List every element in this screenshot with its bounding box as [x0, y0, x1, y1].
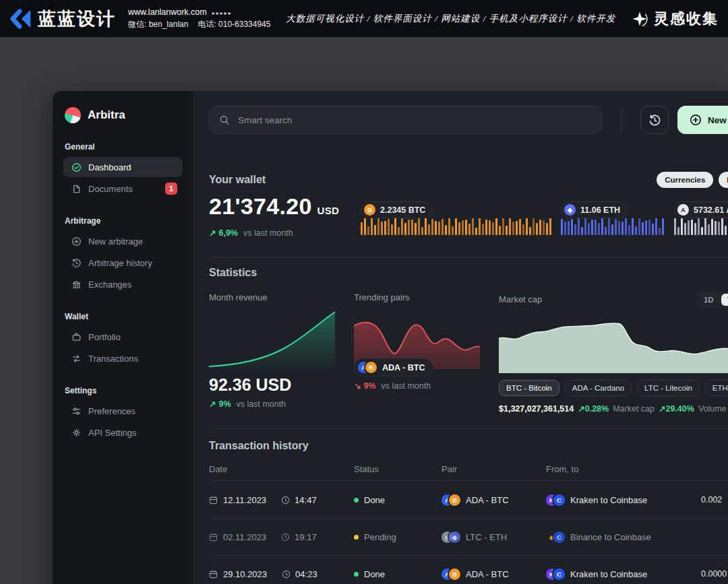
wallet-section: Your wallet Currencies E 21'374.20USD ↗ … — [209, 172, 728, 238]
app-logo: Arbitra — [65, 107, 183, 123]
coinbase-icon: C — [553, 494, 565, 506]
new-arbitrage-button[interactable]: New a — [677, 106, 728, 134]
services-list: 大数据可视化设计 / 软件界面设计 / 网站建设 / 手机及小程序设计 / 软件… — [278, 13, 623, 25]
topbar: New a — [209, 106, 728, 134]
dashboard-icon — [71, 162, 82, 172]
btc-icon: B — [449, 494, 460, 506]
eth-chip: ◆ 11.06 ETH — [561, 201, 628, 218]
up-arrow-icon: ↗ — [209, 399, 216, 409]
sparkle-icon — [631, 10, 648, 28]
tools-icon — [71, 428, 82, 438]
market-cap-chart — [499, 314, 728, 373]
arrows-decoration: ▸▸▸▸▸ — [212, 10, 233, 16]
clock-icon — [281, 533, 290, 542]
table-row[interactable]: 12.11.2023 14:47 Done A B — [209, 481, 728, 518]
search-icon — [219, 115, 230, 125]
phone-info: 电话: 010-63334945 — [198, 19, 270, 30]
website-link[interactable]: www.lanlanwork.com — [128, 7, 207, 17]
coinbase-icon: C — [553, 569, 565, 580]
table-row[interactable]: 02.11.2023 19:17 Pending Ł ◆ — [209, 518, 728, 555]
ada-holding: A 5732.61 ADA — [674, 193, 728, 235]
exchanges-button[interactable]: E — [719, 172, 728, 188]
documents-badge: 1 — [165, 183, 177, 195]
eth-holding: ◆ 11.06 ETH — [561, 193, 667, 235]
table-header: Date Status Pair From, to — [209, 464, 728, 481]
btc-holding: B 2.2345 BTC — [361, 193, 554, 235]
status-label: Done — [364, 569, 385, 579]
eth-sparkline — [561, 218, 667, 235]
sidebar: Arbitra General Dashboard Documents 1 Ar… — [53, 91, 193, 584]
up-arrow-icon: ↗ — [659, 404, 665, 414]
market-coin-filters: BTC - Bitcoin ADA - Cardano LTC - Liteco… — [499, 380, 728, 396]
filter-ltc[interactable]: LTC - Litecoin — [637, 380, 700, 396]
sidebar-item-preferences[interactable]: Preferences — [63, 401, 183, 421]
wechat-info: 微信: ben_lanlan — [128, 19, 188, 30]
range-7d[interactable]: 7D — [721, 294, 728, 306]
currencies-button[interactable]: Currencies — [657, 172, 713, 188]
month-revenue-value: 92.36 USD — [209, 375, 335, 395]
wallet-amount: 21'374.20 — [209, 193, 312, 219]
up-arrow-icon: ↗ — [578, 404, 584, 414]
plus-circle-icon — [690, 114, 702, 126]
transaction-history-title: Transaction history — [209, 440, 728, 452]
market-cap-value: $1,327,027,361,514 — [499, 404, 574, 414]
sidebar-item-documents[interactable]: Documents 1 — [63, 179, 183, 199]
coinbase-icon: C — [553, 531, 565, 543]
table-row[interactable]: 29.10.2023 04:23 Done A B — [209, 555, 728, 584]
range-switcher: 1D 7D 1M — [696, 292, 728, 308]
search-box[interactable] — [209, 106, 602, 134]
status-label: Done — [364, 495, 385, 505]
nav-section-wallet: Wallet — [65, 312, 183, 321]
btc-sparkline — [361, 218, 554, 235]
search-input[interactable] — [237, 115, 592, 126]
btc-icon: B — [364, 204, 375, 216]
ada-sparkline — [674, 218, 728, 235]
collection-link[interactable]: 灵感收集 — [631, 9, 719, 29]
nav-section-arbitrage: Arbitrage — [65, 216, 183, 226]
document-icon — [71, 184, 82, 194]
filter-eth[interactable]: ETH - Ethereu — [705, 380, 728, 396]
status-dot — [354, 498, 359, 502]
eth-icon: ◆ — [449, 531, 460, 543]
status-dot — [354, 535, 359, 540]
market-cap-stats: $1,327,027,361,514 ↗0.28% Market cap ↗29… — [499, 403, 728, 414]
topbar-divider — [621, 108, 621, 132]
month-revenue-card: Month revenue 92.36 USD — [209, 292, 335, 414]
calendar-icon — [209, 496, 218, 505]
sidebar-item-api-settings[interactable]: API Settings — [63, 422, 183, 443]
sliders-icon — [71, 406, 82, 416]
transaction-history-section: Transaction history Date Status Pair Fro… — [209, 428, 728, 584]
clock-icon — [281, 496, 290, 505]
transfer-arrows-icon — [71, 354, 82, 364]
filter-btc[interactable]: BTC - Bitcoin — [499, 380, 559, 396]
ada-chip: A 5732.61 ADA — [674, 201, 728, 218]
arbitra-app: Arbitra General Dashboard Documents 1 Ar… — [53, 91, 728, 584]
app-name: Arbitra — [88, 108, 125, 122]
month-revenue-chart — [209, 310, 335, 369]
main-content: New a Your wallet Currencies E 21'374.20… — [193, 91, 728, 584]
wallet-balance: 21'374.20USD ↗ 6,9% vs last month — [209, 193, 354, 238]
btc-icon: B — [449, 569, 460, 580]
history-icon — [71, 258, 82, 268]
amount-cell: 0.0000 — [701, 569, 728, 579]
sidebar-item-transactions[interactable]: Transactions — [63, 348, 183, 368]
sidebar-item-arbitrage-history[interactable]: Arbitrage history — [63, 253, 183, 273]
sidebar-item-portfolio[interactable]: Portfolio — [63, 327, 183, 347]
sidebar-item-dashboard[interactable]: Dashboard — [63, 157, 183, 177]
trending-change: ↘ 9% vs last month — [354, 381, 480, 391]
wallet-currency: USD — [317, 205, 340, 216]
range-1d[interactable]: 1D — [698, 294, 720, 306]
sidebar-item-exchanges[interactable]: Exchanges — [63, 274, 183, 294]
history-button[interactable] — [640, 106, 669, 134]
wallet-title: Your wallet — [209, 174, 266, 186]
calendar-icon — [209, 570, 218, 579]
market-cap-card: Market cap 1D 7D 1M BTC - — [499, 292, 728, 414]
btc-icon: B — [365, 362, 377, 373]
page: 蓝蓝设计 www.lanlanwork.com▸▸▸▸▸ 微信: ben_lan… — [0, 0, 728, 584]
month-revenue-change: ↗ 9% vs last month — [209, 399, 335, 409]
filter-ada[interactable]: ADA - Cardano — [565, 380, 632, 396]
top-banner: 蓝蓝设计 www.lanlanwork.com▸▸▸▸▸ 微信: ben_lan… — [0, 0, 728, 37]
trending-pairs-card: Trending pairs — [354, 292, 480, 414]
sidebar-item-new-arbitrage[interactable]: New arbitrage — [63, 231, 183, 251]
clock-icon — [282, 570, 291, 579]
